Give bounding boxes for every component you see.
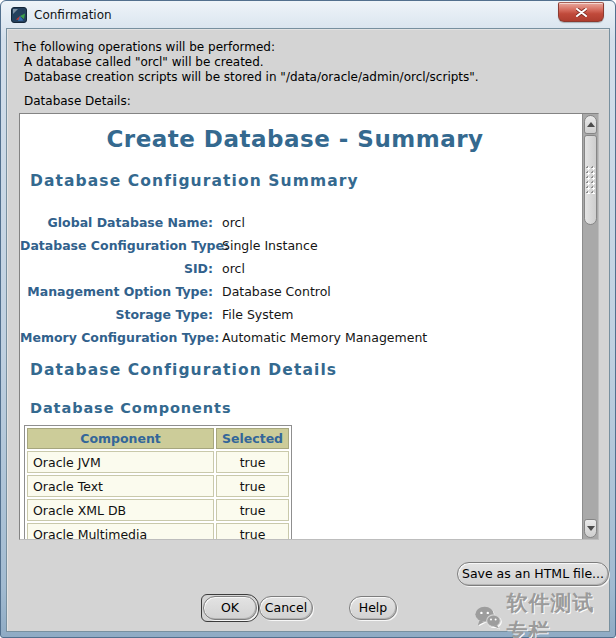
app-icon [11,7,27,23]
chevron-down-icon[interactable] [584,519,597,538]
section-title-configuration-details: Database Configuration Details [30,361,337,379]
table-row: Oracle Text true [27,475,289,497]
field-value: Database Control [222,284,331,299]
configuration-summary-fields: Global Database Name: orcl Database Conf… [20,211,427,349]
column-header-component: Component [27,428,214,449]
database-details-label: Database Details: [24,94,131,108]
chevron-up-icon[interactable] [584,115,597,134]
component-selected: true [216,475,289,497]
component-selected: true [216,499,289,521]
thumb-grip [586,166,595,194]
field-row: Management Option Type: Database Control [20,280,427,303]
component-name: Oracle XML DB [27,499,214,521]
confirmation-dialog: Confirmation The following operations wi… [0,0,616,638]
field-label: Global Database Name: [20,215,213,230]
ok-button[interactable]: OK [201,594,259,622]
dialog-body: The following operations will be perform… [6,28,610,632]
field-value: orcl [222,215,245,230]
intro-line-2: A database called "orcl" will be created… [24,55,264,69]
component-selected: true [216,451,289,473]
watermark: 软件测试专栏 [475,589,609,638]
intro-line-3: Database creation scripts will be stored… [24,70,479,84]
components-table: Component Selected Oracle JVM true Oracl… [24,425,292,539]
vertical-scrollbar[interactable] [582,114,598,539]
intro-line-1: The following operations will be perform… [14,40,275,54]
field-row: Memory Configuration Type: Automatic Mem… [20,326,427,349]
field-row: Storage Type: File System [20,303,427,326]
field-label: Database Configuration Type: [20,238,213,253]
components-table-container: Component Selected Oracle JVM true Oracl… [24,425,292,539]
field-label: SID: [20,261,213,276]
help-button[interactable]: Help [349,596,397,620]
field-row: SID: orcl [20,257,427,280]
page-title: Create Database - Summary [20,126,570,152]
scrollbar-thumb[interactable] [584,135,597,225]
window-title: Confirmation [34,8,112,22]
cancel-button[interactable]: Cancel [259,596,313,620]
close-x-glyph [576,8,587,17]
table-header-row: Component Selected [27,428,289,449]
field-value: Single Instance [222,238,318,253]
component-selected: true [216,523,289,539]
field-row: Database Configuration Type: Single Inst… [20,234,427,257]
section-title-configuration-summary: Database Configuration Summary [30,172,359,190]
watermark-text: 软件测试专栏 [507,589,609,638]
database-components-title: Database Components [30,400,231,416]
column-header-selected: Selected [216,428,289,449]
field-label: Memory Configuration Type: [20,330,213,345]
save-as-html-button[interactable]: Save as an HTML file... [457,562,609,586]
component-name: Oracle Text [27,475,214,497]
field-label: Storage Type: [20,307,213,322]
summary-document: Create Database - Summary Database Confi… [20,114,582,539]
component-name: Oracle JVM [27,451,214,473]
ok-button-label: OK [203,596,257,620]
field-value: File System [222,307,294,322]
table-row: Oracle XML DB true [27,499,289,521]
summary-panel: Create Database - Summary Database Confi… [19,113,599,540]
field-value: Automatic Memory Management [222,330,427,345]
table-row: Oracle Multimedia true [27,523,289,539]
field-row: Global Database Name: orcl [20,211,427,234]
field-value: orcl [222,261,245,276]
wechat-icon [475,602,501,633]
title-bar[interactable]: Confirmation [1,1,615,29]
component-name: Oracle Multimedia [27,523,214,539]
field-label: Management Option Type: [20,284,213,299]
close-icon[interactable] [558,2,604,22]
table-row: Oracle JVM true [27,451,289,473]
